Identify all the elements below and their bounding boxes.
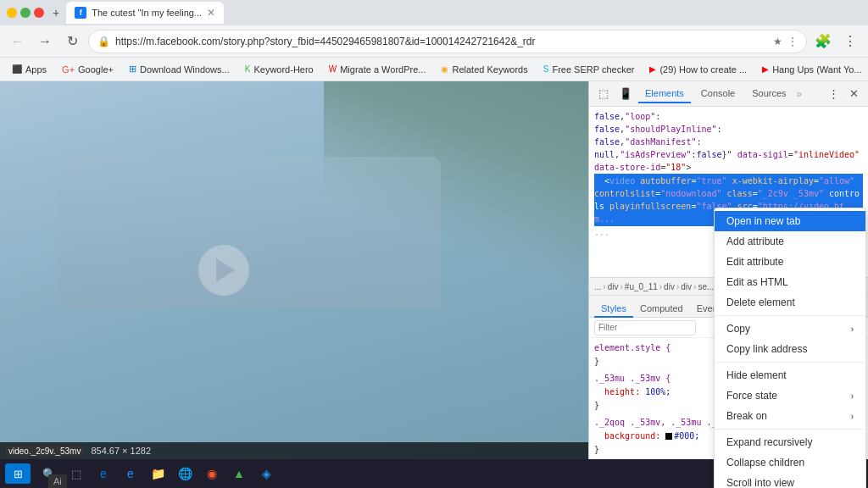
bookmark-yt2-label: Hang Ups (Want Yo... xyxy=(772,64,861,75)
bookmark-serp-checker[interactable]: S Free SERP checker xyxy=(538,63,640,76)
cm-edit-html[interactable]: Edit as HTML xyxy=(715,272,865,292)
browser-menu-button[interactable]: ⋮ xyxy=(839,30,861,53)
cm-break-on-arrow: › xyxy=(851,412,854,421)
taskbar-chrome[interactable]: 🌐 xyxy=(173,462,197,485)
gplus-icon: G+ xyxy=(62,64,75,75)
star-icon[interactable]: ★ xyxy=(773,36,782,47)
cm-open-new-tab[interactable]: Open in new tab xyxy=(715,211,865,231)
cm-edit-attribute[interactable]: Edit attribute xyxy=(715,252,865,272)
yt-icon2: ▶ xyxy=(762,64,769,74)
video-class-badge: video._2c9v._53mv xyxy=(5,446,84,457)
cm-copy[interactable]: Copy › xyxy=(715,319,865,339)
code-line-2: false,"shouldPlayInline": xyxy=(594,123,863,136)
cm-scroll-into-view[interactable]: Scroll into view xyxy=(715,473,865,488)
forward-button[interactable]: → xyxy=(34,30,56,53)
bookmark-keyword-label: Keyword-Hero xyxy=(253,64,313,75)
bc-div1[interactable]: div xyxy=(608,282,619,291)
cm-hide-element[interactable]: Hide element xyxy=(715,365,865,385)
devtools-close-button[interactable]: ✕ xyxy=(844,85,863,103)
taskbar-folder[interactable]: 📁 xyxy=(146,462,170,485)
devtools-topbar: ⬚ 📱 Elements Console Sources » ⋮ ✕ xyxy=(589,81,868,107)
code-line-3: false,"dashManifest": xyxy=(594,136,863,148)
cm-expand-label: Expand recursively xyxy=(726,436,812,448)
devtools-more-tabs[interactable]: » xyxy=(797,88,803,100)
cm-copy-arrow: › xyxy=(851,324,854,334)
cm-force-state[interactable]: Force state › xyxy=(715,385,865,406)
address-bar[interactable]: 🔒 https://m.facebook.com/story.php?story… xyxy=(88,30,807,53)
cm-expand-recursively[interactable]: Expand recursively xyxy=(715,432,865,452)
bookmark-apps[interactable]: ⬛ Apps xyxy=(7,63,52,76)
app3-icon: ◈ xyxy=(262,467,271,480)
apps-icon: ⬛ xyxy=(12,64,22,74)
browser-frame: + f The cutest "In my feeling... ✕ ← → ↻… xyxy=(0,0,868,488)
bookmark-download-windows[interactable]: ⊞ Download Windows... xyxy=(124,62,235,76)
play-button[interactable] xyxy=(198,245,249,296)
edge-icon: e xyxy=(100,467,107,480)
taskbar-ie[interactable]: e xyxy=(119,462,142,485)
bc-se[interactable]: se... xyxy=(698,282,714,291)
cm-delete-element-label: Delete element xyxy=(726,297,795,308)
start-button[interactable]: ⊞ xyxy=(5,463,31,484)
bookmark-migrate-label: Migrate a WordPre... xyxy=(340,64,426,75)
bookmark-related-keywords[interactable]: ◉ Related Keywords xyxy=(436,63,532,76)
tab-close-icon[interactable]: ✕ xyxy=(207,7,215,19)
browser-tab[interactable]: f The cutest "In my feeling... ✕ xyxy=(66,2,224,24)
cm-edit-attribute-label: Edit attribute xyxy=(726,256,783,268)
bc-div2[interactable]: div xyxy=(664,282,675,291)
bookmark-migrate[interactable]: W Migrate a WordPre... xyxy=(324,63,431,76)
devtools-actions: ⋮ ✕ xyxy=(824,85,863,103)
video-status-bar: video._2c9v._53mv 854.67 × 1282 xyxy=(0,442,588,459)
taskbar-app3[interactable]: ◈ xyxy=(254,462,278,485)
chrome-icon: 🌐 xyxy=(178,467,192,480)
bc-div3[interactable]: div xyxy=(681,282,692,291)
cm-copy-link[interactable]: Copy link address xyxy=(715,339,865,359)
bc-u0-11[interactable]: #u_0_11 xyxy=(625,282,658,291)
taskbar-app1[interactable]: ◉ xyxy=(200,462,224,485)
cm-force-state-arrow: › xyxy=(851,391,854,401)
bc-ellipsis[interactable]: ... xyxy=(594,282,601,291)
devtools-tab-elements[interactable]: Elements xyxy=(638,85,691,103)
devtools-device-button[interactable]: 📱 xyxy=(616,85,635,103)
cm-divider-2 xyxy=(715,362,865,363)
tab-styles[interactable]: Styles xyxy=(594,301,633,318)
back-button[interactable]: ← xyxy=(7,30,29,53)
cm-break-on[interactable]: Break on › xyxy=(715,406,865,426)
bookmark-google-plus[interactable]: G+ Google+ xyxy=(57,63,119,76)
taskbar-edge[interactable]: e xyxy=(92,462,115,485)
new-tab-icon[interactable]: + xyxy=(53,6,59,19)
video-background: video._2c9v._53mv 854.67 × 1282 xyxy=(0,81,588,459)
secure-icon: 🔒 xyxy=(97,36,110,47)
filter-input[interactable] xyxy=(594,320,696,336)
tab-computed[interactable]: Computed xyxy=(633,301,690,318)
reload-button[interactable]: ↻ xyxy=(61,30,83,53)
keyword-icon: K xyxy=(245,64,251,74)
taskview-icon: ⬚ xyxy=(71,468,81,480)
extensions-button[interactable]: 🧩 xyxy=(812,30,834,53)
taskbar-taskview[interactable]: ⬚ xyxy=(64,462,88,485)
bookmark-windows-label: Download Windows... xyxy=(140,64,230,75)
taskbar-app2[interactable]: ▲ xyxy=(227,462,251,485)
cm-add-attribute[interactable]: Add attribute xyxy=(715,231,865,252)
browser-toolbar: ← → ↻ 🔒 https://m.facebook.com/story.php… xyxy=(0,25,868,58)
cm-divider-3 xyxy=(715,429,865,430)
bookmark-how-to-create[interactable]: ▶ (29) How to create ... xyxy=(644,63,752,76)
cm-collapse-children[interactable]: Collapse children xyxy=(715,452,865,473)
context-menu: Open in new tab Add attribute Edit attri… xyxy=(714,208,866,488)
app2-icon: ▲ xyxy=(233,467,245,480)
bookmark-apps-label: Apps xyxy=(25,64,47,75)
devtools-tab-console[interactable]: Console xyxy=(694,85,742,103)
folder-icon: 📁 xyxy=(151,467,165,480)
devtools-settings-button[interactable]: ⋮ xyxy=(824,85,843,103)
close-button[interactable] xyxy=(34,8,44,18)
devtools-tab-sources[interactable]: Sources xyxy=(745,85,793,103)
tab-title: The cutest "In my feeling... xyxy=(92,8,202,18)
bookmark-keyword-hero[interactable]: K Keyword-Hero xyxy=(240,63,319,76)
cm-collapse-label: Collapse children xyxy=(726,457,804,469)
maximize-button[interactable] xyxy=(20,8,31,18)
devtools-inspect-button[interactable]: ⬚ xyxy=(594,85,613,103)
bookmark-hang-ups[interactable]: ▶ Hang Ups (Want Yo... xyxy=(757,63,866,76)
minimize-button[interactable] xyxy=(7,8,17,18)
related-icon: ◉ xyxy=(441,64,448,74)
cm-delete-element[interactable]: Delete element xyxy=(715,292,865,313)
menu-icon[interactable]: ⋮ xyxy=(787,36,798,47)
